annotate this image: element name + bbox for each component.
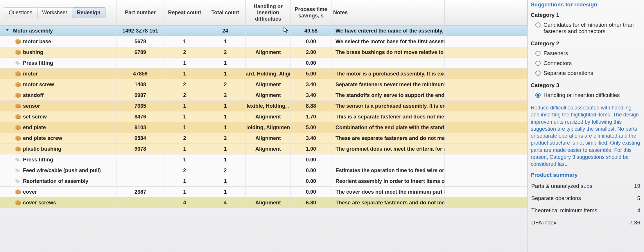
operation-icon	[14, 168, 21, 173]
cell-name: motor base	[0, 36, 116, 47]
table-row[interactable]: bushing678922Alignment2.00The brass bush…	[0, 47, 528, 58]
cell-difficulties	[246, 26, 291, 36]
table-row[interactable]: motor screw140822Alignment3.40Separate f…	[0, 79, 528, 90]
table-row[interactable]: Motor assembly1492-3Z78-1512440.58We hav…	[0, 26, 528, 36]
header-notes[interactable]: Notes	[331, 0, 445, 25]
suggestion-description: Reduce difficulties associated with hand…	[531, 104, 641, 168]
cell-notes: Combination of the end plate with the st…	[331, 122, 445, 133]
table-row[interactable]: Feed wire/cable (push and pull)220.00Est…	[0, 165, 528, 176]
cell-difficulties: ard, Holding, Aligi	[246, 69, 291, 79]
table-row[interactable]: sensor763511lexible, Holding, .8.88The s…	[0, 101, 528, 111]
header-process-time[interactable]: Process time savings, s	[291, 0, 331, 25]
radio-separate-operations[interactable]: Separate operations	[531, 68, 641, 78]
table-row[interactable]: Press fitting110.00	[0, 154, 528, 165]
table-row[interactable]: motor4785911ard, Holding, Aligi5.00The m…	[0, 69, 528, 79]
cell-process-time: 0.00	[291, 176, 331, 186]
cell-notes: The cover does not meet the minimum part…	[331, 187, 445, 197]
cell-total-count: 2	[205, 133, 246, 143]
cell-part-number: 9103	[116, 122, 164, 133]
cell-difficulties: Alignment	[246, 90, 291, 100]
cell-total-count: 1	[205, 122, 246, 133]
cell-name: plastic bushing	[0, 144, 116, 154]
cell-process-time: 3.40	[291, 79, 331, 90]
cell-name: bushing	[0, 47, 116, 57]
cell-total-count: 1	[205, 144, 246, 154]
cell-repeat-count: 2	[164, 47, 205, 57]
part-icon	[14, 50, 21, 55]
cell-difficulties: Alignment	[246, 47, 291, 57]
summary-row: DFA index7.36	[531, 217, 641, 229]
tree-toggle-icon[interactable]	[6, 29, 9, 33]
table-row[interactable]: set screw847611Alignment1.70This is a se…	[0, 111, 528, 122]
table-row[interactable]: standoff098722Alignment3.40The standoffs…	[0, 90, 528, 101]
suggestions-title: Suggestions for redesign	[531, 1, 641, 8]
cell-part-number: 5678	[116, 36, 164, 47]
cell-total-count: 1	[205, 36, 246, 47]
cell-repeat-count: 1	[164, 187, 205, 197]
cell-notes: These are separate fasteners and do not …	[331, 133, 445, 143]
operation-icon	[14, 60, 21, 66]
main-panel: Questions Worksheet Redesign Part number…	[0, 0, 528, 252]
header-part-number[interactable]: Part number	[116, 0, 164, 25]
cell-part-number	[116, 197, 164, 208]
table-row[interactable]: Reorientation of assembly110.00Reorient …	[0, 176, 528, 187]
row-name-text: end plate	[23, 125, 46, 131]
cell-part-number	[116, 165, 164, 176]
cell-notes: The grommet does not meet the criteria f…	[331, 144, 445, 154]
cell-spacer	[445, 47, 528, 57]
table-row[interactable]: cover2387110.00The cover does not meet t…	[0, 187, 528, 197]
summary-row: Separate operations5	[531, 192, 641, 204]
cell-notes: The brass bushings do not move relative …	[331, 47, 445, 57]
table-row[interactable]: motor base5678110.00We select the motor …	[0, 36, 528, 47]
radio-fasteners[interactable]: Fasteners	[531, 48, 641, 58]
tab-redesign[interactable]: Redesign	[72, 7, 105, 18]
cell-process-time: 3.40	[291, 90, 331, 100]
cell-notes: We select the motor base for the first a…	[331, 36, 445, 47]
cell-total-count: 24	[205, 26, 246, 36]
table-row[interactable]: cover screws44Alignment6.80These are sep…	[0, 197, 528, 208]
cell-part-number	[116, 58, 164, 68]
cell-name: end plate screw	[0, 133, 116, 143]
summary-row: Theoretical minimum items4	[531, 204, 641, 217]
table-row[interactable]: end plate910311lolding, Alignmen5.00Comb…	[0, 122, 528, 133]
cell-total-count: 4	[205, 197, 246, 208]
radio-candidates-elimination[interactable]: Candidates for elimination other than fa…	[531, 20, 641, 36]
row-name-text: Press fitting	[23, 60, 53, 66]
header-difficulties[interactable]: Handling or insertion difficulties	[246, 0, 291, 25]
tab-questions[interactable]: Questions	[4, 7, 37, 18]
cell-notes: The sensor is a purchased assembly. It i…	[331, 101, 445, 111]
cell-repeat-count: 1	[164, 69, 205, 79]
cell-spacer	[445, 26, 528, 36]
cell-total-count: 2	[205, 47, 246, 57]
cell-part-number: 47859	[116, 69, 164, 79]
cell-spacer	[445, 133, 528, 143]
cell-process-time: 0.00	[291, 154, 331, 165]
cell-difficulties	[246, 154, 291, 165]
table-row[interactable]: end plate screw958422Alignment3.40These …	[0, 133, 528, 144]
row-name-text: motor base	[23, 39, 51, 45]
header-repeat-count[interactable]: Repeat count	[164, 0, 205, 25]
row-name-text: Press fitting	[23, 157, 53, 163]
product-summary: Parts & unanalyzed subs19Separate operat…	[531, 180, 641, 229]
cell-name: Reorientation of assembly	[0, 176, 116, 186]
radio-icon	[535, 51, 541, 56]
radio-icon	[535, 93, 541, 98]
radio-connectors[interactable]: Connectors	[531, 58, 641, 68]
radio-handling-difficulties[interactable]: Handling or insertion difficulties	[531, 90, 641, 100]
cell-total-count: 1	[205, 69, 246, 79]
table-row[interactable]: plastic bushing967811Alignment1.00The gr…	[0, 144, 528, 154]
cell-process-time: 5.00	[291, 69, 331, 79]
cell-name: sensor	[0, 101, 116, 111]
cell-name: Feed wire/cable (push and pull)	[0, 165, 116, 176]
cell-total-count: 1	[205, 58, 246, 68]
table-row[interactable]: Press fitting110.00	[0, 58, 528, 69]
row-name-text: standoff	[23, 92, 44, 98]
header-total-count[interactable]: Total count	[205, 0, 246, 25]
cell-repeat-count: 1	[164, 111, 205, 122]
cell-notes: The standoffs only serve to support the …	[331, 90, 445, 100]
summary-row: Parts & unanalyzed subs19	[531, 180, 641, 192]
tab-worksheet[interactable]: Worksheet	[37, 7, 72, 18]
cell-process-time: 0.00	[291, 187, 331, 197]
radio-label: Separate operations	[543, 70, 593, 76]
part-icon	[14, 93, 21, 98]
